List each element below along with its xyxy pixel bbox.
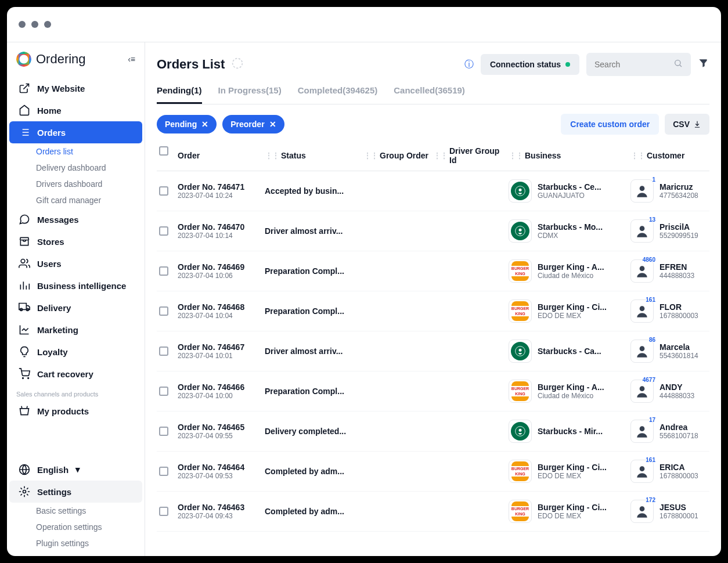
svg-point-12 [640,266,645,271]
sidebar-item-my-website[interactable]: My Website [9,77,142,99]
sidebar-item-label: Home [37,106,62,116]
row-checkbox[interactable] [159,226,168,236]
info-icon[interactable]: ⓘ [464,59,474,71]
close-icon[interactable]: ✕ [201,120,208,129]
truck-icon [19,302,30,313]
customer-phone: 4775634208 [659,192,698,200]
sidebar-item-orders[interactable]: Orders [9,121,142,143]
table-row[interactable]: Order No. 7464672023-07-04 10:01Driver a… [157,331,709,371]
column-order[interactable]: Order [178,146,265,165]
row-checkbox[interactable] [159,507,168,516]
business-location: Ciudad de México [538,392,604,400]
filter-chip[interactable]: Preorder✕ [222,115,284,133]
column-group-order[interactable]: ⋮⋮Group Order [363,146,433,165]
column-driver-group[interactable]: ⋮⋮Driver Group Id [433,146,509,165]
table-row[interactable]: Order No. 7464632023-07-04 09:43Complete… [157,492,709,532]
settings-sub-operation-settings[interactable]: Operation settings [7,519,145,535]
sidebar-sub-gift-card-manager[interactable]: Gift card manager [7,192,145,208]
sidebar-item-business-intelligence[interactable]: Business intelligence [9,275,142,297]
svg-point-17 [640,386,645,391]
row-checkbox[interactable] [159,467,168,476]
create-order-button[interactable]: Create custom order [561,114,659,135]
row-checkbox[interactable] [159,306,168,316]
row-checkbox[interactable] [159,387,168,396]
select-all-checkbox[interactable] [159,146,168,156]
svg-point-7 [519,189,522,192]
window-dot[interactable] [31,21,38,28]
clear-filter-icon[interactable] [698,57,709,71]
table-row[interactable]: Order No. 7464702023-07-04 10:14Driver a… [157,211,709,251]
table-header: Order ⋮⋮Status ⋮⋮Group Order ⋮⋮Driver Gr… [157,140,709,171]
business-logo-icon [509,340,532,363]
column-business[interactable]: ⋮⋮Business [509,146,630,165]
table-row[interactable]: Order No. 7464682023-07-04 10:04Preparat… [157,291,709,331]
notification-badge: 1 [652,176,655,183]
svg-point-11 [640,226,645,231]
row-checkbox[interactable] [159,266,168,276]
sidebar-item-marketing[interactable]: Marketing [9,319,142,341]
filter-chip[interactable]: Pending✕ [157,115,217,133]
table-row[interactable]: Order No. 7464642023-07-04 09:53Complete… [157,452,709,492]
business-name: Burger King - Ci... [538,463,607,472]
customer-phone: 1678800003 [659,312,698,320]
brand-name: Ordering [36,52,86,67]
sidebar-item-cart-recovery[interactable]: Cart recovery [9,363,142,385]
order-date: 2023-07-04 10:14 [178,232,265,240]
tab[interactable]: Completed(394625) [298,85,378,104]
tab[interactable]: In Progress(15) [218,85,282,104]
sidebar-item-label: Stores [37,237,64,247]
store-icon [19,236,30,247]
sidebar-item-stores[interactable]: Stores [9,230,142,252]
tab[interactable]: Pending(1) [157,85,202,104]
order-status: Driver almost arriv... [265,347,363,356]
sidebar-sub-drivers-dashboard[interactable]: Drivers dashboard [7,176,145,192]
window-dot[interactable] [44,21,51,28]
sidebar-item-label: Orders [37,128,66,138]
table-row[interactable]: Order No. 7464712023-07-04 10:24Accepted… [157,171,709,211]
settings-sub-plugin-settings[interactable]: Plugin settings [7,535,145,551]
export-csv-button[interactable]: CSV [665,114,709,135]
language-selector[interactable]: English ▾ [9,459,142,481]
table-row[interactable]: Order No. 7464652023-07-04 09:55Delivery… [157,412,709,452]
sidebar-item-delivery[interactable]: Delivery [9,297,142,319]
sidebar-item-messages[interactable]: Messages [9,208,142,230]
table-row[interactable]: Order No. 7464662023-07-04 10:00Preparat… [157,371,709,412]
list-icon [19,127,30,138]
connection-status[interactable]: Connection status [481,54,579,75]
search-input[interactable] [586,53,691,76]
customer-phone: 5568100718 [659,432,698,440]
sidebar-item-label: Users [37,259,62,269]
sidebar-item-my-products[interactable]: My products [9,400,142,422]
window-dot[interactable] [19,21,26,28]
svg-point-4 [233,59,243,68]
business-name: Starbucks - Mir... [538,427,603,436]
row-checkbox[interactable] [159,186,168,196]
collapse-sidebar-icon[interactable]: ‹≡ [128,55,135,64]
sidebar-sub-orders-list[interactable]: Orders list [7,143,145,160]
row-checkbox[interactable] [159,427,168,436]
svg-point-21 [640,466,645,471]
sidebar-sub-delivery-dashboard[interactable]: Delivery dashboard [7,160,145,176]
column-status[interactable]: ⋮⋮Status [265,146,363,165]
sidebar-item-users[interactable]: Users [9,252,142,275]
customer-phone: 5529099519 [659,232,698,240]
sidebar-item-loyalty[interactable]: Loyalty [9,341,142,363]
sidebar-item-settings[interactable]: Settings [9,481,142,503]
business-location: GUANAJUATO [538,192,601,200]
tab[interactable]: Cancelled(36519) [394,85,465,104]
close-icon[interactable]: ✕ [269,120,276,129]
sidebar-item-label: Marketing [37,325,78,335]
bars-icon [19,280,30,291]
table-row[interactable]: Order No. 7464692023-07-04 10:06Preparat… [157,251,709,291]
customer-name: JESUS [659,503,698,512]
business-location: EDO DE MEX [538,472,607,480]
settings-sub-basic-settings[interactable]: Basic settings [7,503,145,519]
customer-phone: 444888033 [659,392,694,400]
sidebar-item-label: Delivery [37,303,71,313]
business-logo-icon [509,219,532,243]
business-logo-icon: BURGERKING [509,259,532,283]
column-customer[interactable]: ⋮⋮Customer [630,146,721,165]
sidebar-item-home[interactable]: Home [9,99,142,121]
help-icon[interactable] [232,57,243,71]
row-checkbox[interactable] [159,347,168,356]
